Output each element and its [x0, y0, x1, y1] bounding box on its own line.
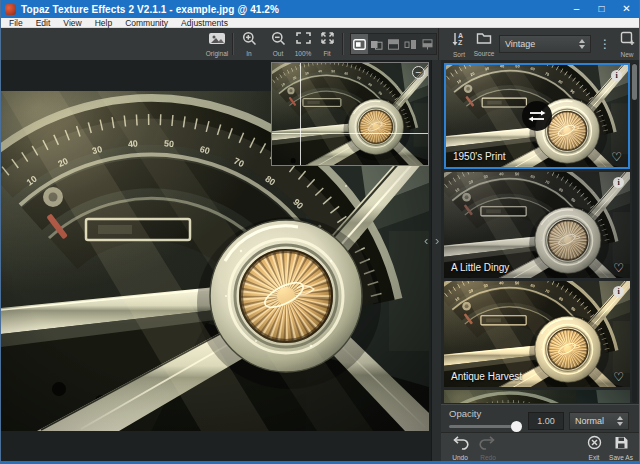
- navigator-viewport-hline: [272, 133, 428, 134]
- svg-text:A: A: [458, 32, 463, 39]
- blend-mode-select[interactable]: Normal: [569, 412, 629, 430]
- save-as-icon: [614, 435, 629, 454]
- preset-info-icon[interactable]: i: [611, 70, 622, 81]
- window-title: Topaz Texture Effects 2 V2.1.1 - example…: [21, 4, 279, 15]
- menu-view[interactable]: View: [63, 18, 81, 28]
- preset-panel: i 1950's Print ♡ i A Little Dingy ♡ i An…: [441, 60, 639, 461]
- window-controls: – □ ✕: [564, 0, 639, 18]
- navigator-collapse-icon[interactable]: −: [412, 66, 425, 79]
- folder-icon: [476, 31, 492, 49]
- menu-adjustments[interactable]: Adjustments: [181, 18, 228, 28]
- collapse-right-icon[interactable]: ›: [435, 234, 439, 247]
- svg-text:Z: Z: [458, 39, 463, 46]
- preset-name: Antique Harvest: [451, 371, 522, 382]
- favorite-heart-icon[interactable]: ♡: [613, 262, 624, 274]
- select-spinner-icon: [617, 416, 623, 426]
- preset-name: 1950's Print: [453, 151, 506, 162]
- titlebar: Topaz Texture Effects 2 V2.1.1 - example…: [1, 0, 639, 18]
- fit-button[interactable]: Fit: [314, 31, 340, 58]
- preset-info-icon[interactable]: i: [613, 177, 624, 188]
- collection-select[interactable]: Vintage: [499, 35, 591, 53]
- view-split-bottom-button[interactable]: [419, 34, 436, 54]
- preset-scrollbar[interactable]: [632, 63, 637, 403]
- menubar: File Edit View Help Community Adjustment…: [1, 18, 639, 28]
- opacity-slider[interactable]: [449, 425, 522, 428]
- close-button[interactable]: ✕: [614, 0, 639, 18]
- source-button[interactable]: Source: [471, 31, 497, 58]
- sort-button[interactable]: A Z Sort: [447, 31, 471, 59]
- preset-card-1950s-print[interactable]: i 1950's Print ♡: [444, 63, 630, 169]
- toolbar: Original In Out 100%: [1, 28, 639, 60]
- zoom-in-button[interactable]: In: [236, 31, 262, 58]
- opacity-slider-knob[interactable]: [511, 421, 522, 432]
- menu-file[interactable]: File: [9, 18, 23, 28]
- panel-splitter[interactable]: [431, 60, 441, 461]
- favorite-heart-icon[interactable]: ♡: [613, 371, 624, 383]
- new-preset-icon: [620, 31, 635, 50]
- preset-panel-header: A Z Sort Source Vintage ⋮: [438, 28, 639, 60]
- navigator-viewport-vline: [300, 63, 301, 165]
- original-button[interactable]: Original: [204, 31, 230, 58]
- view-split-horizontal-button[interactable]: [385, 34, 402, 54]
- view-single-button[interactable]: [351, 34, 368, 54]
- view-side-by-side-button[interactable]: [368, 34, 385, 54]
- collapse-left-icon[interactable]: ‹: [424, 234, 428, 247]
- preset-adjust-sliders-icon[interactable]: [521, 100, 553, 132]
- more-options-button[interactable]: ⋮: [599, 33, 611, 55]
- blend-mode-value: Normal: [575, 416, 604, 426]
- preset-card-partial[interactable]: [444, 390, 630, 403]
- select-spinner-icon: [579, 39, 585, 49]
- favorite-heart-icon[interactable]: ♡: [611, 151, 622, 163]
- navigator-preview[interactable]: −: [271, 62, 429, 166]
- toolbar-divider: [342, 33, 343, 55]
- toolbar-divider: [232, 33, 233, 55]
- minimize-button[interactable]: –: [564, 0, 589, 18]
- exit-icon: [587, 435, 602, 454]
- save-as-button[interactable]: Save As: [604, 435, 638, 462]
- preset-card-antique-harvest[interactable]: i Antique Harvest ♡: [444, 281, 630, 387]
- redo-button[interactable]: Redo: [471, 435, 505, 462]
- app-window: Topaz Texture Effects 2 V2.1.1 - example…: [0, 0, 640, 464]
- scrollbar-thumb[interactable]: [632, 64, 637, 100]
- opacity-section: Opacity 1.00 Normal: [441, 404, 639, 432]
- panel-footer: Undo Redo Exit Save As: [441, 432, 639, 461]
- view-mode-group: [350, 33, 437, 55]
- collection-value: Vintage: [505, 39, 535, 49]
- redo-icon: [479, 435, 497, 454]
- view-dual-preview-button[interactable]: [402, 34, 419, 54]
- new-preset-button[interactable]: New: [615, 31, 639, 59]
- app-logo-icon: [5, 4, 16, 15]
- fit-icon: [320, 31, 335, 49]
- zoom-100-button[interactable]: 100%: [290, 31, 316, 58]
- preset-card-a-little-dingy[interactable]: i A Little Dingy ♡: [444, 172, 630, 278]
- zoom-out-icon: [271, 31, 286, 49]
- preset-info-icon[interactable]: i: [613, 286, 624, 297]
- zoom-100-icon: [295, 31, 312, 49]
- original-image-icon: [208, 31, 226, 49]
- zoom-in-icon: [242, 31, 257, 49]
- maximize-button[interactable]: □: [589, 0, 614, 18]
- opacity-value-field[interactable]: 1.00: [528, 412, 564, 430]
- menu-community[interactable]: Community: [125, 18, 168, 28]
- sort-az-icon: A Z: [452, 31, 467, 50]
- undo-icon: [451, 435, 469, 454]
- canvas-area: −: [1, 60, 431, 461]
- opacity-label: Opacity: [449, 408, 481, 419]
- menu-edit[interactable]: Edit: [36, 18, 51, 28]
- zoom-out-button[interactable]: Out: [265, 31, 291, 58]
- menu-help[interactable]: Help: [95, 18, 112, 28]
- preset-name: A Little Dingy: [451, 262, 509, 273]
